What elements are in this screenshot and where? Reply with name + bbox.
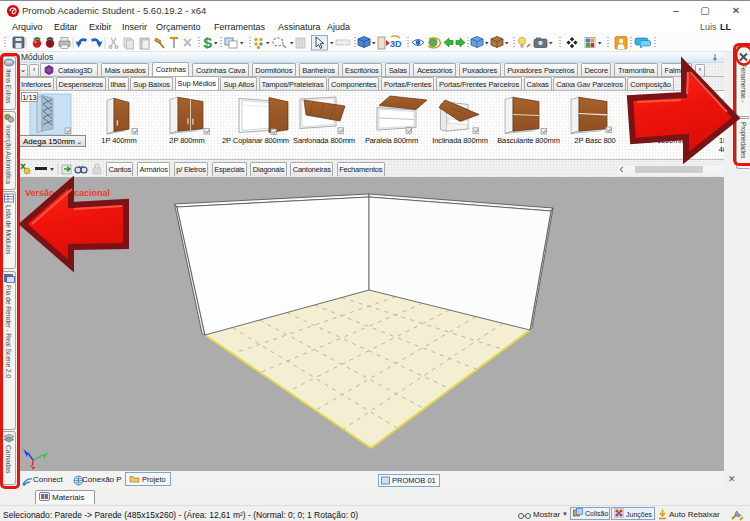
svg-text:3D: 3D <box>390 39 402 49</box>
svg-text:S: S <box>203 35 212 51</box>
